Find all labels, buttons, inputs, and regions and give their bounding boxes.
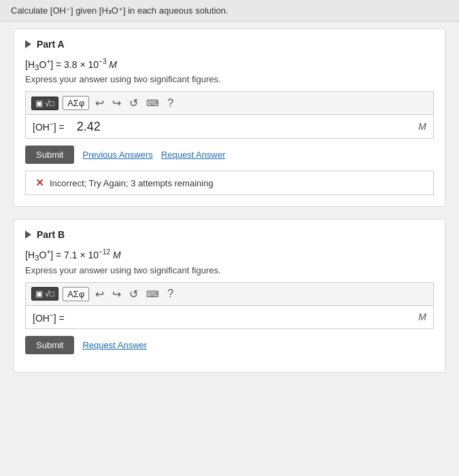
part-b-refresh-icon[interactable]: ↺ — [127, 286, 140, 302]
part-a-answer-row: [OH−] = M — [25, 115, 434, 139]
part-a-request-answer-button[interactable]: Request Answer — [161, 150, 226, 160]
part-b-request-answer-button[interactable]: Request Answer — [82, 340, 147, 350]
part-a-error-box: ✕ Incorrect; Try Again; 3 attempts remai… — [25, 171, 434, 195]
part-a-header: Part A — [25, 39, 434, 50]
part-a-answer-input[interactable] — [71, 116, 412, 138]
part-b-toggle[interactable] — [25, 231, 31, 239]
part-b-undo-icon[interactable]: ↩ — [93, 286, 106, 302]
part-a-answer-label: [OH−] = — [26, 115, 71, 138]
part-a-submit-button[interactable]: Submit — [25, 146, 74, 164]
part-a-unit: M — [411, 117, 433, 136]
part-b-keyboard-icon[interactable]: ⌨ — [144, 288, 161, 301]
page: Calculate [OH⁻] given [H₃O⁺] in each aqu… — [0, 0, 459, 476]
part-b-help-icon[interactable]: ? — [165, 286, 175, 301]
part-b-answer-row: [OH−] = M — [25, 306, 434, 330]
part-b-redo-icon[interactable]: ↪ — [110, 286, 123, 302]
part-a-refresh-icon[interactable]: ↺ — [127, 95, 140, 111]
part-a-toggle[interactable] — [25, 40, 31, 48]
part-b-unit: M — [411, 307, 433, 326]
part-a-keyboard-icon[interactable]: ⌨ — [144, 97, 161, 109]
part-b-matrix-button[interactable]: ▣ √□ — [31, 287, 58, 301]
part-b-toolbar: ▣ √□ ΑΣφ ↩ ↪ ↺ ⌨ ? — [25, 282, 434, 306]
part-a-help-icon[interactable]: ? — [165, 96, 175, 111]
part-b-symbol-button[interactable]: ΑΣφ — [63, 287, 89, 301]
part-b-answer-input[interactable] — [71, 306, 412, 328]
part-a-symbol-button[interactable]: ΑΣφ — [63, 96, 89, 110]
top-instruction: Calculate [OH⁻] given [H₃O⁺] in each aqu… — [0, 0, 459, 22]
part-b-label: Part B — [37, 229, 65, 240]
part-b-answer-label: [OH−] = — [26, 306, 71, 329]
part-a-matrix-button[interactable]: ▣ √□ — [31, 97, 58, 110]
part-a-redo-icon[interactable]: ↪ — [110, 95, 123, 111]
part-b-submit-button[interactable]: Submit — [25, 336, 74, 354]
part-b-section: Part B [H3O+] = 7.1 × 10−12 M Express yo… — [14, 219, 445, 373]
part-a-undo-icon[interactable]: ↩ — [93, 95, 106, 111]
part-b-header: Part B — [25, 229, 434, 240]
part-a-error-text: Incorrect; Try Again; 3 attempts remaini… — [50, 178, 214, 188]
part-a-instruction: Express your answer using two significan… — [25, 74, 434, 84]
part-a-equation: [H3O+] = 3.8 × 10−3 M — [25, 58, 434, 71]
part-a-label: Part A — [37, 39, 65, 50]
part-b-equation: [H3O+] = 7.1 × 10−12 M — [25, 248, 434, 262]
content-area: Part A [H3O+] = 3.8 × 10−3 M Express you… — [0, 22, 459, 392]
part-b-instruction: Express your answer using two significan… — [25, 265, 434, 275]
part-a-section: Part A [H3O+] = 3.8 × 10−3 M Express you… — [14, 29, 445, 207]
part-a-previous-answers-button[interactable]: Previous Answers — [82, 150, 152, 160]
part-a-btn-row: Submit Previous Answers Request Answer — [25, 146, 434, 164]
part-a-error-icon: ✕ — [35, 177, 44, 189]
part-a-toolbar: ▣ √□ ΑΣφ ↩ ↪ ↺ ⌨ ? — [25, 91, 434, 115]
part-b-btn-row: Submit Request Answer — [25, 336, 434, 354]
